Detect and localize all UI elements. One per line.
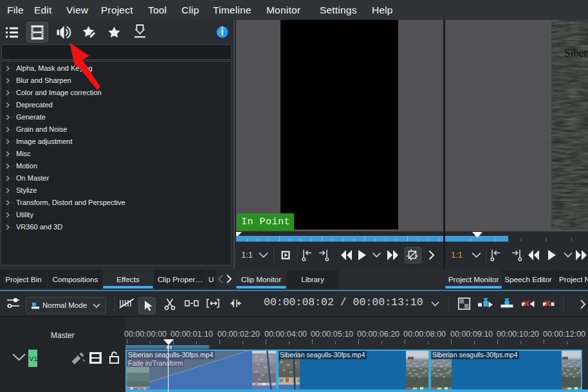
svg-text:V1: V1 — [30, 355, 39, 363]
svg-text:Siberi: Siberi — [564, 47, 588, 59]
svg-text:1:1: 1:1 — [451, 250, 463, 260]
svg-text:1:1: 1:1 — [241, 250, 253, 260]
